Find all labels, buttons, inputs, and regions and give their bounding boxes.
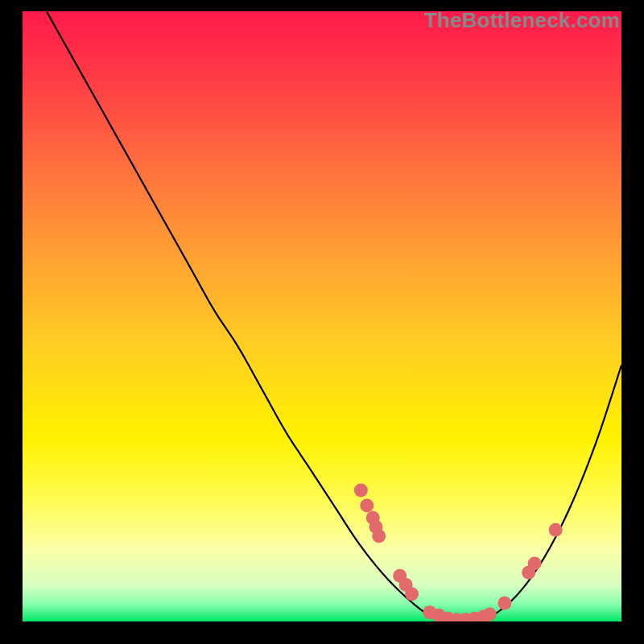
- chart-frame: TheBottleneck.com: [23, 11, 621, 621]
- data-point: [483, 607, 497, 621]
- data-point: [549, 523, 563, 537]
- chart-svg: [23, 11, 621, 621]
- data-point: [497, 597, 511, 610]
- data-point: [528, 556, 542, 570]
- watermark-text: TheBottleneck.com: [424, 8, 620, 33]
- gradient-background: [23, 11, 621, 621]
- data-point: [360, 498, 374, 512]
- data-point: [372, 529, 386, 543]
- data-point: [405, 587, 419, 601]
- data-point: [354, 484, 368, 497]
